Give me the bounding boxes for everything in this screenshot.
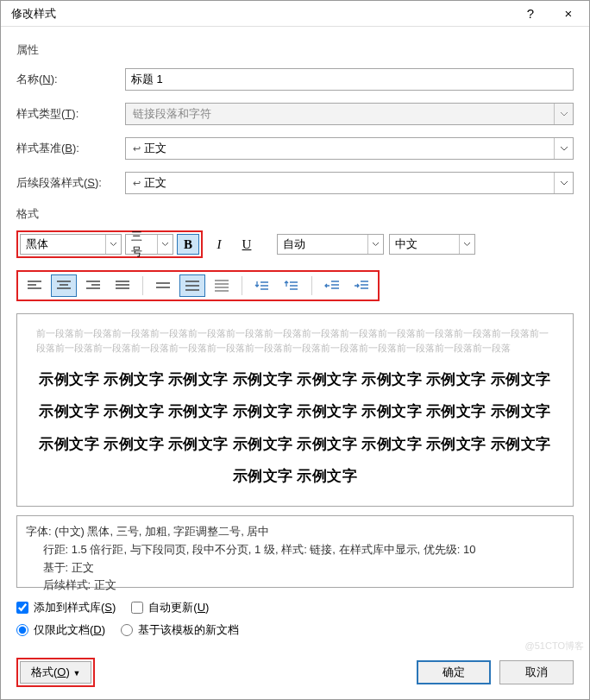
next-style-label: 后续段落样式(S): xyxy=(16,175,125,191)
font-color-value: 自动 xyxy=(278,236,367,252)
desc-line-4: 后续样式: 正文 xyxy=(26,577,564,595)
desc-line-3: 基于: 正文 xyxy=(26,559,564,577)
decrease-indent-button[interactable] xyxy=(319,274,345,297)
alignment-highlight-box xyxy=(16,270,380,301)
separator xyxy=(311,276,312,295)
format-section-label: 格式 xyxy=(16,206,574,222)
checkbox-row: 添加到样式库(S) 自动更新(U) xyxy=(16,600,574,615)
chevron-down-icon[interactable] xyxy=(554,138,573,159)
preview-context-before: 前一段落前一段落前一段落前一段落前一段落前一段落前一段落前一段落前一段落前一段落… xyxy=(36,326,554,355)
next-style-dropdown[interactable]: ↩正文 xyxy=(125,172,574,194)
language-dropdown[interactable]: 中文 xyxy=(389,234,475,255)
language-value: 中文 xyxy=(390,236,459,252)
chevron-down-icon[interactable] xyxy=(367,235,383,254)
add-to-gallery-checkbox[interactable]: 添加到样式库(S) xyxy=(16,600,116,615)
font-color-dropdown[interactable]: 自动 xyxy=(277,234,384,255)
preview-sample-text: 示例文字 示例文字 示例文字 示例文字 示例文字 示例文字 示例文字 示例文字 … xyxy=(36,363,554,493)
next-style-row: 后续段落样式(S): ↩正文 xyxy=(16,172,574,194)
align-center-button[interactable] xyxy=(51,274,77,297)
name-label: 名称(N): xyxy=(16,72,125,87)
help-button[interactable]: ? xyxy=(512,1,549,27)
underline-button[interactable]: U xyxy=(235,234,258,255)
format-button-highlight: 格式(O) ▼ xyxy=(16,658,95,687)
titlebar: 修改样式 ? × xyxy=(1,1,589,27)
type-value: 链接段落和字符 xyxy=(126,106,554,122)
separator xyxy=(242,276,242,295)
font-size-value: 三号 xyxy=(126,229,157,260)
properties-section-label: 属性 xyxy=(16,42,574,58)
chevron-down-icon[interactable] xyxy=(157,235,173,254)
align-right-button[interactable] xyxy=(80,274,106,297)
preview-pane: 前一段落前一段落前一段落前一段落前一段落前一段落前一段落前一段落前一段落前一段落… xyxy=(16,313,574,507)
name-row: 名称(N): document.currentScript.previousEl… xyxy=(16,68,574,91)
footer: 格式(O) ▼ 确定 取消 xyxy=(16,658,574,687)
only-this-doc-radio[interactable]: 仅限此文档(D) xyxy=(16,622,105,638)
align-left-button[interactable] xyxy=(22,274,47,297)
based-on-value: ↩正文 xyxy=(126,141,554,156)
chevron-down-icon[interactable] xyxy=(105,235,121,254)
modify-style-dialog: 修改样式 ? × 属性 名称(N): document.currentScrip… xyxy=(0,0,590,700)
based-on-row: 样式基准(B): ↩正文 xyxy=(16,137,574,160)
type-row: 样式类型(T): 链接段落和字符 xyxy=(16,103,574,125)
increase-indent-button[interactable] xyxy=(348,274,374,297)
ok-button[interactable]: 确定 xyxy=(417,660,491,684)
based-on-label: 样式基准(B): xyxy=(16,141,125,156)
chevron-down-icon[interactable] xyxy=(554,173,573,193)
line-spacing-2-button[interactable] xyxy=(209,274,235,297)
bold-button[interactable]: B xyxy=(177,234,199,255)
cancel-button[interactable]: 取消 xyxy=(499,660,574,684)
next-style-value: ↩正文 xyxy=(126,175,554,191)
italic-button[interactable]: I xyxy=(208,234,230,255)
name-input[interactable] xyxy=(125,68,574,91)
font-toolbar-row: 黑体 三号 B I U 自动 中文 xyxy=(16,230,574,258)
font-size-dropdown[interactable]: 三号 xyxy=(125,234,173,255)
chevron-down-icon xyxy=(554,104,573,124)
font-highlight-box: 黑体 三号 B xyxy=(16,230,203,258)
chevron-down-icon[interactable] xyxy=(459,235,474,254)
space-before-decrease-button[interactable] xyxy=(279,274,304,297)
template-radio[interactable]: 基于该模板的新文档 xyxy=(121,622,239,638)
type-dropdown: 链接段落和字符 xyxy=(125,103,574,125)
close-button[interactable]: × xyxy=(549,1,587,27)
format-section: 格式 黑体 三号 B I U 自动 xyxy=(16,206,574,638)
alignment-toolbar-row xyxy=(16,270,574,301)
dialog-title: 修改样式 xyxy=(11,6,512,22)
style-description: 字体: (中文) 黑体, 三号, 加粗, 字距调整二号, 居中 行距: 1.5 … xyxy=(16,515,574,588)
line-spacing-1-button[interactable] xyxy=(150,274,176,297)
only-this-doc-input[interactable] xyxy=(16,624,28,636)
font-family-value: 黑体 xyxy=(21,236,105,252)
auto-update-checkbox[interactable]: 自动更新(U) xyxy=(131,600,209,615)
radio-row: 仅限此文档(D) 基于该模板的新文档 xyxy=(16,622,574,638)
add-to-gallery-input[interactable] xyxy=(16,602,28,614)
auto-update-input[interactable] xyxy=(131,602,143,614)
desc-line-2: 行距: 1.5 倍行距, 与下段同页, 段中不分页, 1 级, 样式: 链接, … xyxy=(26,541,564,559)
based-on-dropdown[interactable]: ↩正文 xyxy=(125,137,574,160)
desc-line-1: 字体: (中文) 黑体, 三号, 加粗, 字距调整二号, 居中 xyxy=(26,523,564,541)
line-spacing-1-5-button[interactable] xyxy=(179,274,205,297)
type-label: 样式类型(T): xyxy=(16,106,125,122)
separator xyxy=(142,276,143,295)
dialog-content: 属性 名称(N): document.currentScript.previou… xyxy=(1,27,589,657)
format-menu-button[interactable]: 格式(O) ▼ xyxy=(20,661,91,684)
template-input[interactable] xyxy=(121,624,133,636)
space-before-increase-button[interactable] xyxy=(249,274,275,297)
align-justify-button[interactable] xyxy=(110,274,135,297)
font-family-dropdown[interactable]: 黑体 xyxy=(20,234,122,255)
